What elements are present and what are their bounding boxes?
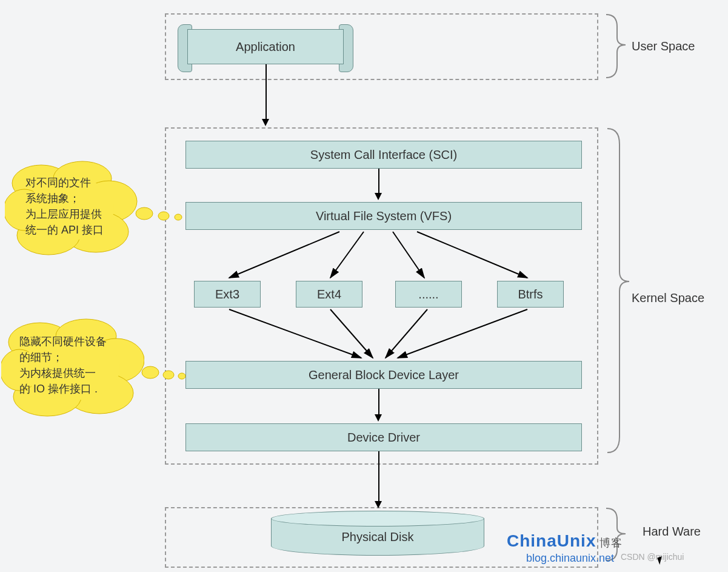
gbdl-cloud-l2: 的细节； xyxy=(19,349,107,365)
arrowhead-sci-vfs xyxy=(375,193,382,200)
disk-label: Physical Disk xyxy=(271,530,484,544)
vfs-box: Virtual File System (VFS) xyxy=(185,202,582,230)
gbdl-box: General Block Device Layer xyxy=(185,361,582,389)
svg-point-15 xyxy=(136,207,153,220)
diagram-canvas: { "sections": { "user_space": "User Spac… xyxy=(0,0,728,572)
chinaunix-logo: ChinaUnix博客 xyxy=(507,531,623,551)
logo-suffix: 博客 xyxy=(599,537,623,549)
disk-cylinder: Physical Disk xyxy=(271,511,484,562)
arrow-gbdl-driver xyxy=(378,389,379,416)
arrowhead-app-sci xyxy=(262,119,269,126)
gbdl-cloud-l4: 的 IO 操作接口 . xyxy=(19,381,107,397)
ext4-box: Ext4 xyxy=(296,281,362,308)
arrowhead-driver-disk xyxy=(375,501,382,508)
gbdl-cloud: 隐藏不同硬件设备 的细节； 为内核提供统一 的 IO 操作接口 . xyxy=(1,315,144,421)
arrow-driver-disk xyxy=(378,451,379,502)
gbdl-cloud-l1: 隐藏不同硬件设备 xyxy=(19,334,107,349)
chinaunix-sub: blog.chinaunix.net xyxy=(526,552,614,565)
vfs-cloud: 对不同的文件 系统抽象； 为上层应用提供 统一的 API 接口 xyxy=(5,158,138,261)
vfs-cloud-l1: 对不同的文件 xyxy=(25,175,104,190)
kernel-space-label: Kernel Space xyxy=(632,291,704,305)
fs-dots-box: ...... xyxy=(395,281,462,308)
gbdl-cloud-l3: 为内核提供统一 xyxy=(19,365,107,381)
ext3-box: Ext3 xyxy=(194,281,261,308)
vfs-cloud-l4: 统一的 API 接口 xyxy=(25,222,104,238)
logo-main: ChinaUnix xyxy=(507,531,596,550)
user-space-label: User Space xyxy=(632,39,695,53)
csdn-watermark: CSDN @mijichui xyxy=(621,552,684,562)
vfs-cloud-l3: 为上层应用提供 xyxy=(25,206,104,222)
vfs-cloud-l2: 系统抽象； xyxy=(25,190,104,206)
arrowhead-gbdl-driver xyxy=(375,414,382,422)
svg-point-25 xyxy=(142,366,159,379)
sci-box: System Call Interface (SCI) xyxy=(185,141,582,169)
arrow-sci-vfs xyxy=(378,169,379,194)
btrfs-box: Btrfs xyxy=(497,281,564,308)
hardware-label: Hard Ware xyxy=(643,525,701,539)
arrow-app-sci xyxy=(265,64,267,120)
application-box: Application xyxy=(187,29,344,64)
driver-box: Device Driver xyxy=(185,423,582,451)
